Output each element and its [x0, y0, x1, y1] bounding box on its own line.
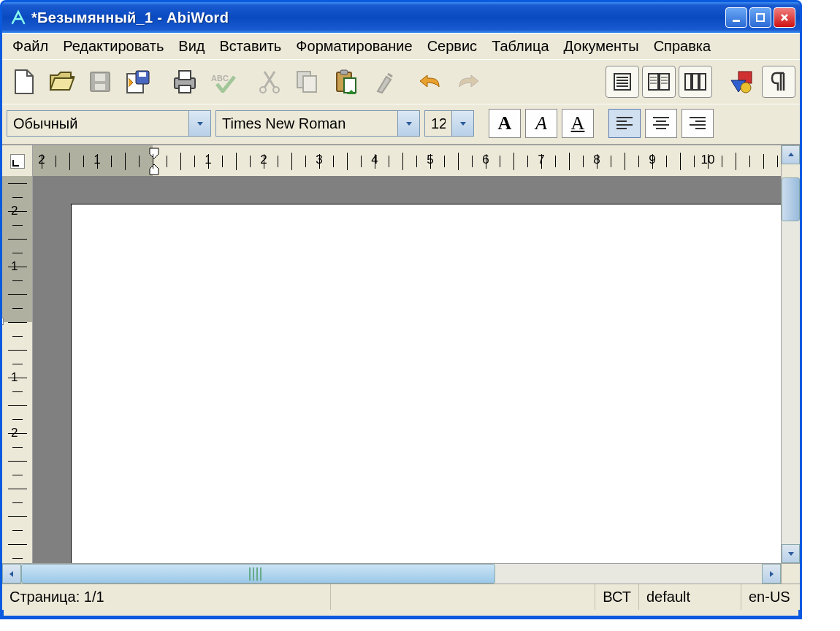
scrollbar-corner — [781, 564, 800, 584]
indent-marker-icon[interactable] — [148, 147, 160, 177]
view-multi-page-button[interactable] — [679, 66, 712, 98]
save-as-button[interactable] — [121, 64, 156, 99]
cut-button[interactable] — [252, 64, 287, 99]
show-paragraph-button[interactable] — [762, 66, 795, 98]
format-painter-button[interactable] — [366, 64, 401, 99]
page-break-marker-icon[interactable] — [0, 318, 4, 325]
svg-rect-25 — [660, 74, 669, 90]
svg-rect-0 — [733, 20, 740, 22]
main-toolbar: ABC — [2, 59, 800, 104]
svg-text:ABC: ABC — [211, 74, 229, 83]
window-title: *Безымянный_1 - AbiWord — [31, 9, 725, 26]
svg-rect-32 — [685, 74, 691, 90]
scroll-down-button[interactable] — [782, 544, 800, 563]
app-window: *Безымянный_1 - AbiWord Файл Редактирова… — [0, 0, 802, 619]
shapes-button[interactable] — [724, 64, 759, 99]
svg-rect-34 — [700, 74, 706, 90]
horizontal-ruler[interactable]: 2112345678910 — [33, 145, 781, 177]
vertical-scrollbar[interactable] — [781, 176, 800, 563]
menu-tools[interactable]: Сервис — [420, 35, 485, 58]
minimize-button[interactable] — [725, 7, 747, 28]
paste-button[interactable] — [328, 64, 363, 99]
new-button[interactable] — [7, 64, 42, 99]
redo-button[interactable] — [451, 64, 486, 99]
tab-stop-icon — [10, 154, 25, 169]
dropdown-arrow-icon[interactable] — [451, 111, 473, 136]
spellcheck-button[interactable]: ABC — [205, 64, 240, 99]
titlebar[interactable]: *Безымянный_1 - AbiWord — [2, 2, 800, 33]
view-single-page-button[interactable] — [606, 66, 639, 98]
print-button[interactable] — [167, 64, 202, 99]
status-spacer — [331, 584, 595, 610]
svg-rect-18 — [344, 78, 356, 93]
content-row: 2112 — [2, 176, 800, 563]
scroll-thumb[interactable] — [21, 564, 495, 584]
menu-table[interactable]: Таблица — [484, 35, 556, 58]
window-controls — [725, 7, 795, 28]
scroll-thumb[interactable] — [782, 177, 800, 221]
dropdown-arrow-icon[interactable] — [397, 111, 419, 136]
style-field[interactable] — [7, 111, 188, 136]
status-bar: Страница: 1/1 ВСТ default en-US — [2, 584, 800, 610]
menu-format[interactable]: Форматирование — [289, 35, 419, 58]
status-style[interactable]: default — [639, 584, 741, 610]
svg-rect-24 — [649, 74, 658, 90]
italic-button[interactable]: А — [525, 109, 557, 138]
open-button[interactable] — [45, 64, 80, 99]
font-field[interactable] — [216, 111, 397, 136]
view-two-page-button[interactable] — [642, 66, 676, 98]
scroll-left-button[interactable] — [2, 564, 21, 584]
scroll-right-button[interactable] — [762, 564, 781, 584]
ruler-corner[interactable] — [2, 145, 33, 177]
format-toolbar: А А А — [2, 104, 800, 144]
font-size-combo[interactable] — [424, 110, 474, 137]
underline-button[interactable]: А — [562, 109, 594, 138]
menu-file[interactable]: Файл — [5, 35, 56, 58]
app-icon — [9, 9, 27, 26]
svg-rect-15 — [303, 76, 316, 92]
svg-rect-19 — [614, 74, 630, 90]
scroll-up-button[interactable] — [782, 145, 800, 164]
align-left-button[interactable] — [608, 109, 641, 138]
menu-documents[interactable]: Документы — [557, 35, 646, 58]
ruler-area: 2112345678910 — [2, 144, 800, 176]
svg-rect-17 — [340, 70, 348, 74]
undo-button[interactable] — [413, 64, 448, 99]
copy-button[interactable] — [290, 64, 325, 99]
scrollbar-top-cap — [781, 145, 800, 177]
vertical-ruler[interactable]: 2112 — [2, 176, 33, 563]
scroll-grip-icon — [249, 567, 271, 581]
svg-rect-10 — [179, 85, 191, 93]
svg-rect-33 — [692, 74, 698, 90]
horizontal-scrollbar[interactable] — [2, 563, 800, 584]
svg-rect-3 — [95, 74, 105, 81]
bold-button[interactable]: А — [489, 109, 521, 138]
svg-point-36 — [741, 83, 751, 93]
dropdown-arrow-icon[interactable] — [188, 111, 210, 136]
menu-help[interactable]: Справка — [646, 35, 718, 58]
document-page[interactable] — [71, 204, 781, 563]
font-combo[interactable] — [215, 110, 420, 137]
document-viewport[interactable] — [33, 176, 781, 563]
status-insert-mode[interactable]: ВСТ — [595, 584, 639, 610]
svg-rect-4 — [95, 84, 105, 90]
svg-rect-7 — [139, 72, 146, 77]
scroll-track[interactable] — [21, 564, 762, 584]
status-language[interactable]: en-US — [741, 584, 800, 610]
scroll-track[interactable] — [782, 176, 800, 544]
status-page: Страница: 1/1 — [2, 584, 331, 610]
style-combo[interactable] — [7, 110, 211, 137]
maximize-button[interactable] — [749, 7, 771, 28]
menu-insert[interactable]: Вставить — [213, 35, 289, 58]
menu-view[interactable]: Вид — [171, 35, 212, 58]
font-size-field[interactable] — [425, 111, 451, 136]
menu-edit[interactable]: Редактировать — [56, 35, 171, 58]
close-button[interactable] — [774, 7, 795, 28]
svg-point-12 — [260, 87, 266, 93]
save-button[interactable] — [83, 64, 118, 99]
svg-rect-1 — [757, 14, 764, 21]
svg-rect-9 — [179, 71, 191, 80]
align-right-button[interactable] — [681, 109, 714, 138]
align-center-button[interactable] — [645, 109, 677, 138]
menu-bar: Файл Редактировать Вид Вставить Форматир… — [2, 33, 800, 59]
